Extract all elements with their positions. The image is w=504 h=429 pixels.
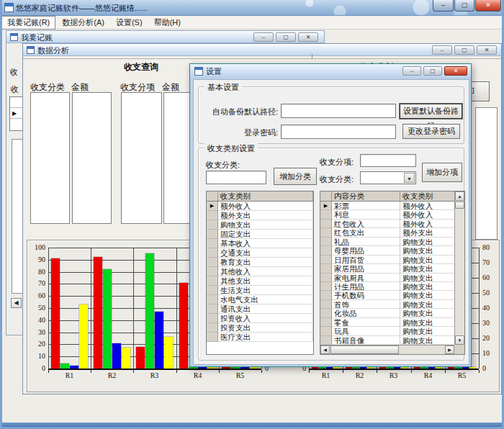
scrollbar-thumb[interactable] [455, 202, 464, 209]
row-selector-cell [207, 314, 218, 323]
grid-row[interactable]: 基本收入 [207, 239, 313, 248]
menu-item-analysis[interactable]: 数据分析(A) [57, 17, 109, 29]
grid-row[interactable]: 其他收入 [207, 267, 313, 276]
scroll-down-icon[interactable]: ▼ [455, 335, 464, 345]
change-password-button[interactable]: 更改登录密码 [402, 124, 460, 139]
grid-cell: 化妆品 [332, 309, 400, 317]
amount-listbox-1[interactable] [72, 92, 112, 224]
main-titlebar[interactable]: 悠悠家庭记账软件——悠悠记账情...... – ▢ ✕ [0, 0, 504, 16]
grid-row[interactable]: 交通支出 [207, 248, 313, 258]
menu-item-record[interactable]: 我要记账(R) [1, 16, 55, 30]
app-icon [4, 3, 14, 12]
analysis-close-button[interactable]: ✕ [477, 45, 497, 55]
settings-minimize-button[interactable]: – [402, 66, 421, 76]
grid-row[interactable]: 固定支出 [207, 230, 313, 239]
analysis-titlebar[interactable]: 数据分析 – ▢ ✕ [23, 44, 501, 56]
grid-row[interactable]: 通讯支出 [207, 304, 313, 314]
grid-row[interactable]: 手机数码购物支出 [320, 291, 454, 299]
grid-row[interactable]: 生活支出 [207, 286, 313, 295]
grid-cell: 购物支出 [218, 220, 313, 230]
grid-row[interactable]: 零食购物支出 [320, 318, 454, 327]
bar-yellow [367, 367, 374, 369]
grid-cell: 额外支出 [400, 228, 454, 237]
grid-row[interactable]: 计生用品购物支出 [320, 282, 454, 291]
add-subitem-button[interactable]: 增加分项 [422, 163, 462, 182]
grid-row[interactable]: 玩具购物支出 [320, 327, 454, 335]
menu-item-settings[interactable]: 设置(S) [111, 17, 148, 29]
category-input[interactable] [206, 171, 266, 184]
grid-row[interactable]: 家居用品购物支出 [320, 264, 454, 273]
content-category-grid[interactable]: 内容分类 收支类别 ▶彩票额外收入利息额外收入红包收入额外收入红包支出额外支出礼… [320, 191, 465, 355]
grid-row[interactable]: 首饰购物支出 [320, 300, 454, 309]
settings-close-button[interactable]: ✕ [444, 66, 467, 76]
grid-row[interactable]: 水电气支出 [207, 295, 313, 304]
grid-row[interactable]: ▶额外收入 [207, 202, 313, 211]
row-selector-cell [320, 300, 332, 309]
settings-maximize-button[interactable]: ▢ [423, 66, 442, 76]
vertical-scrollbar[interactable]: ▲ ▼ [454, 191, 464, 345]
grid-row[interactable]: 投资支出 [207, 323, 313, 333]
grid-row[interactable]: 购物支出 [207, 220, 313, 230]
scrollbar-thumb[interactable] [330, 346, 399, 354]
grid-row[interactable]: 母婴用品购物支出 [320, 246, 454, 255]
category-grid[interactable]: 收支类别 ▶额外收入额外支出购物支出固定支出基本收入交通支出教育支出其他收入其他… [206, 191, 314, 355]
backup-path-input[interactable] [281, 104, 396, 118]
grid-row[interactable]: 化妆品购物支出 [320, 309, 454, 317]
grid-cell: 额外收入 [218, 202, 313, 211]
grid-row[interactable]: 其他支出 [207, 276, 313, 286]
grid-cell: 水电气支出 [218, 295, 313, 304]
grid-cell: 购物支出 [400, 264, 454, 273]
grid-cell: 固定支出 [218, 230, 313, 239]
close-button[interactable]: ✕ [475, 0, 501, 12]
grid-row[interactable]: 投资收入 [207, 314, 313, 323]
scroll-left-icon[interactable]: ◀ [320, 346, 330, 354]
row-selector-cell [207, 304, 218, 314]
grid-row[interactable]: 教育支出 [207, 258, 313, 267]
grid-row[interactable]: ▶彩票额外收入 [320, 202, 454, 210]
row-selector-cell [207, 239, 218, 248]
jizhang-maximize-button[interactable]: ▢ [276, 32, 296, 42]
grid-row[interactable]: 书籍音像购物支出 [320, 336, 454, 345]
grid-row[interactable]: 家电厨具购物支出 [320, 274, 454, 282]
dropdown-arrow-icon[interactable]: ▼ [404, 173, 415, 183]
grid-row[interactable]: 礼品购物支出 [320, 238, 454, 246]
subitem-listbox[interactable] [121, 92, 162, 224]
grid-row[interactable]: 日用百货购物支出 [320, 256, 454, 264]
group-separator-line [91, 248, 91, 369]
category-listbox[interactable] [30, 92, 70, 224]
row-selector-cell [320, 309, 332, 317]
settings-titlebar[interactable]: 设置 – ▢ ✕ [190, 64, 471, 78]
add-category-button[interactable]: 增加分类 [274, 168, 317, 185]
grid-row[interactable]: 红包支出额外支出 [320, 228, 454, 237]
grid-row[interactable]: 红包收入额外收入 [320, 220, 454, 228]
analysis-maximize-button[interactable]: ▢ [454, 45, 474, 55]
bar-yellow [333, 367, 340, 369]
grid-cell: 生活支出 [218, 286, 313, 295]
maximize-button[interactable]: ▢ [454, 0, 474, 12]
jizhang-scroll-left-icon[interactable]: ◀ [11, 298, 22, 308]
subitem-category-value [361, 173, 363, 181]
grid-row[interactable]: 医疗支出 [207, 333, 313, 342]
scroll-up-icon[interactable]: ▲ [455, 191, 464, 201]
basic-settings-group: 基本设置 自动备份默认路径: 设置默认备份路径 登录密码: 更改登录密码 [198, 86, 464, 144]
scroll-right-icon[interactable]: ▶ [445, 346, 454, 354]
jizhang-titlebar[interactable]: 我要记账 – ▢ ✕ [6, 31, 324, 43]
menu-item-help[interactable]: 帮助(H) [149, 17, 186, 29]
y-axis-tick-label: 0 [482, 364, 501, 372]
horizontal-scrollbar[interactable]: ◀ ▶ [320, 345, 454, 354]
subitem-category-select[interactable]: ▼ [360, 171, 416, 184]
jizhang-window-title: 我要记账 [21, 32, 53, 43]
row-selector-cell [320, 327, 332, 335]
content-grid-header-cell-1: 内容分类 [332, 191, 400, 201]
panel-divider-tick [312, 54, 312, 59]
password-input[interactable] [281, 125, 396, 139]
analysis-minimize-button[interactable]: – [432, 45, 452, 55]
subitem-input[interactable] [360, 154, 416, 167]
jizhang-minimize-button[interactable]: – [253, 32, 274, 42]
jizhang-close-button[interactable]: ✕ [298, 32, 318, 42]
set-backup-path-button[interactable]: 设置默认备份路径 [399, 103, 463, 119]
minimize-button[interactable]: – [433, 0, 454, 12]
grid-row[interactable]: 额外支出 [207, 211, 313, 220]
bar-yellow [436, 367, 442, 369]
grid-row[interactable]: 利息额外收入 [320, 210, 454, 219]
